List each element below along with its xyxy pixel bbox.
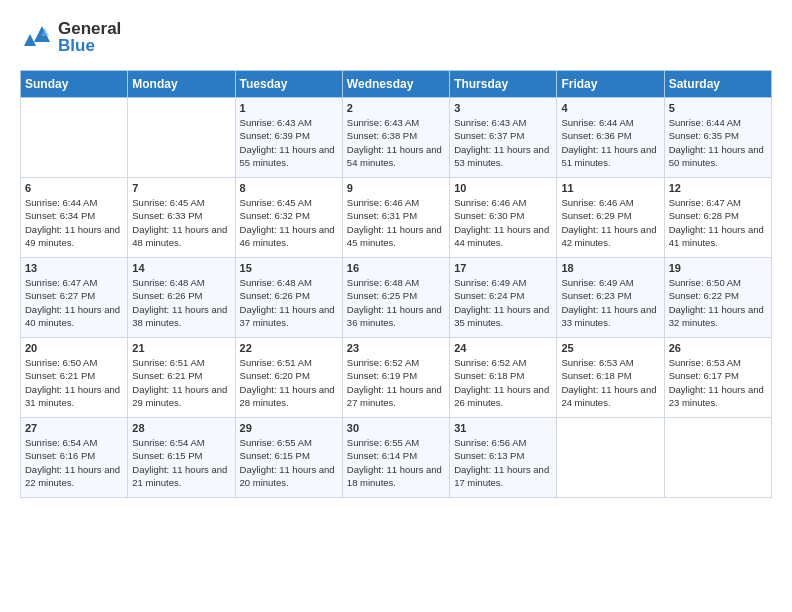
calendar-cell: 11Sunrise: 6:46 AMSunset: 6:29 PMDayligh… xyxy=(557,178,664,258)
calendar-cell: 23Sunrise: 6:52 AMSunset: 6:19 PMDayligh… xyxy=(342,338,449,418)
cell-details: Sunrise: 6:50 AMSunset: 6:22 PMDaylight:… xyxy=(669,276,767,329)
day-number: 27 xyxy=(25,422,123,434)
calendar-cell: 17Sunrise: 6:49 AMSunset: 6:24 PMDayligh… xyxy=(450,258,557,338)
weekday-header: Saturday xyxy=(664,71,771,98)
day-number: 25 xyxy=(561,342,659,354)
logo-general: General xyxy=(58,20,121,37)
calendar-cell xyxy=(128,98,235,178)
calendar-cell: 6Sunrise: 6:44 AMSunset: 6:34 PMDaylight… xyxy=(21,178,128,258)
day-number: 15 xyxy=(240,262,338,274)
day-number: 23 xyxy=(347,342,445,354)
day-number: 9 xyxy=(347,182,445,194)
calendar-cell: 30Sunrise: 6:55 AMSunset: 6:14 PMDayligh… xyxy=(342,418,449,498)
weekday-header: Friday xyxy=(557,71,664,98)
calendar-cell: 15Sunrise: 6:48 AMSunset: 6:26 PMDayligh… xyxy=(235,258,342,338)
weekday-header: Monday xyxy=(128,71,235,98)
day-number: 8 xyxy=(240,182,338,194)
logo-blue: Blue xyxy=(58,36,95,55)
cell-details: Sunrise: 6:48 AMSunset: 6:26 PMDaylight:… xyxy=(240,276,338,329)
page-header: General Blue xyxy=(20,20,772,54)
cell-details: Sunrise: 6:46 AMSunset: 6:31 PMDaylight:… xyxy=(347,196,445,249)
calendar-cell: 18Sunrise: 6:49 AMSunset: 6:23 PMDayligh… xyxy=(557,258,664,338)
cell-details: Sunrise: 6:43 AMSunset: 6:37 PMDaylight:… xyxy=(454,116,552,169)
cell-details: Sunrise: 6:46 AMSunset: 6:29 PMDaylight:… xyxy=(561,196,659,249)
cell-details: Sunrise: 6:51 AMSunset: 6:20 PMDaylight:… xyxy=(240,356,338,409)
day-number: 13 xyxy=(25,262,123,274)
cell-details: Sunrise: 6:53 AMSunset: 6:17 PMDaylight:… xyxy=(669,356,767,409)
calendar-cell: 13Sunrise: 6:47 AMSunset: 6:27 PMDayligh… xyxy=(21,258,128,338)
day-number: 16 xyxy=(347,262,445,274)
cell-details: Sunrise: 6:54 AMSunset: 6:16 PMDaylight:… xyxy=(25,436,123,489)
day-number: 6 xyxy=(25,182,123,194)
day-number: 2 xyxy=(347,102,445,114)
calendar-cell: 16Sunrise: 6:48 AMSunset: 6:25 PMDayligh… xyxy=(342,258,449,338)
calendar-cell: 4Sunrise: 6:44 AMSunset: 6:36 PMDaylight… xyxy=(557,98,664,178)
calendar-cell: 27Sunrise: 6:54 AMSunset: 6:16 PMDayligh… xyxy=(21,418,128,498)
day-number: 3 xyxy=(454,102,552,114)
calendar-week-row: 13Sunrise: 6:47 AMSunset: 6:27 PMDayligh… xyxy=(21,258,772,338)
cell-details: Sunrise: 6:47 AMSunset: 6:28 PMDaylight:… xyxy=(669,196,767,249)
cell-details: Sunrise: 6:45 AMSunset: 6:33 PMDaylight:… xyxy=(132,196,230,249)
calendar-cell: 25Sunrise: 6:53 AMSunset: 6:18 PMDayligh… xyxy=(557,338,664,418)
cell-details: Sunrise: 6:47 AMSunset: 6:27 PMDaylight:… xyxy=(25,276,123,329)
day-number: 24 xyxy=(454,342,552,354)
day-number: 10 xyxy=(454,182,552,194)
cell-details: Sunrise: 6:48 AMSunset: 6:26 PMDaylight:… xyxy=(132,276,230,329)
calendar-cell: 21Sunrise: 6:51 AMSunset: 6:21 PMDayligh… xyxy=(128,338,235,418)
calendar-header-row: SundayMondayTuesdayWednesdayThursdayFrid… xyxy=(21,71,772,98)
cell-details: Sunrise: 6:46 AMSunset: 6:30 PMDaylight:… xyxy=(454,196,552,249)
calendar-cell: 19Sunrise: 6:50 AMSunset: 6:22 PMDayligh… xyxy=(664,258,771,338)
calendar-cell: 7Sunrise: 6:45 AMSunset: 6:33 PMDaylight… xyxy=(128,178,235,258)
day-number: 4 xyxy=(561,102,659,114)
logo-icon xyxy=(20,20,54,54)
cell-details: Sunrise: 6:49 AMSunset: 6:23 PMDaylight:… xyxy=(561,276,659,329)
calendar-week-row: 6Sunrise: 6:44 AMSunset: 6:34 PMDaylight… xyxy=(21,178,772,258)
day-number: 1 xyxy=(240,102,338,114)
cell-details: Sunrise: 6:50 AMSunset: 6:21 PMDaylight:… xyxy=(25,356,123,409)
calendar-cell: 2Sunrise: 6:43 AMSunset: 6:38 PMDaylight… xyxy=(342,98,449,178)
logo: General Blue xyxy=(20,20,121,54)
calendar-cell xyxy=(664,418,771,498)
day-number: 31 xyxy=(454,422,552,434)
weekday-header: Thursday xyxy=(450,71,557,98)
calendar-cell: 20Sunrise: 6:50 AMSunset: 6:21 PMDayligh… xyxy=(21,338,128,418)
cell-details: Sunrise: 6:56 AMSunset: 6:13 PMDaylight:… xyxy=(454,436,552,489)
day-number: 7 xyxy=(132,182,230,194)
calendar-cell xyxy=(557,418,664,498)
cell-details: Sunrise: 6:43 AMSunset: 6:38 PMDaylight:… xyxy=(347,116,445,169)
calendar-cell: 28Sunrise: 6:54 AMSunset: 6:15 PMDayligh… xyxy=(128,418,235,498)
cell-details: Sunrise: 6:52 AMSunset: 6:18 PMDaylight:… xyxy=(454,356,552,409)
cell-details: Sunrise: 6:44 AMSunset: 6:35 PMDaylight:… xyxy=(669,116,767,169)
calendar-cell: 1Sunrise: 6:43 AMSunset: 6:39 PMDaylight… xyxy=(235,98,342,178)
day-number: 20 xyxy=(25,342,123,354)
calendar-cell: 10Sunrise: 6:46 AMSunset: 6:30 PMDayligh… xyxy=(450,178,557,258)
day-number: 11 xyxy=(561,182,659,194)
day-number: 21 xyxy=(132,342,230,354)
calendar-cell: 24Sunrise: 6:52 AMSunset: 6:18 PMDayligh… xyxy=(450,338,557,418)
cell-details: Sunrise: 6:52 AMSunset: 6:19 PMDaylight:… xyxy=(347,356,445,409)
calendar-cell: 22Sunrise: 6:51 AMSunset: 6:20 PMDayligh… xyxy=(235,338,342,418)
calendar-week-row: 1Sunrise: 6:43 AMSunset: 6:39 PMDaylight… xyxy=(21,98,772,178)
day-number: 18 xyxy=(561,262,659,274)
calendar-week-row: 20Sunrise: 6:50 AMSunset: 6:21 PMDayligh… xyxy=(21,338,772,418)
calendar-table: SundayMondayTuesdayWednesdayThursdayFrid… xyxy=(20,70,772,498)
calendar-body: 1Sunrise: 6:43 AMSunset: 6:39 PMDaylight… xyxy=(21,98,772,498)
day-number: 14 xyxy=(132,262,230,274)
day-number: 17 xyxy=(454,262,552,274)
cell-details: Sunrise: 6:55 AMSunset: 6:14 PMDaylight:… xyxy=(347,436,445,489)
day-number: 19 xyxy=(669,262,767,274)
calendar-cell: 26Sunrise: 6:53 AMSunset: 6:17 PMDayligh… xyxy=(664,338,771,418)
calendar-cell: 12Sunrise: 6:47 AMSunset: 6:28 PMDayligh… xyxy=(664,178,771,258)
calendar-cell: 5Sunrise: 6:44 AMSunset: 6:35 PMDaylight… xyxy=(664,98,771,178)
cell-details: Sunrise: 6:45 AMSunset: 6:32 PMDaylight:… xyxy=(240,196,338,249)
weekday-header: Sunday xyxy=(21,71,128,98)
calendar-cell: 14Sunrise: 6:48 AMSunset: 6:26 PMDayligh… xyxy=(128,258,235,338)
cell-details: Sunrise: 6:48 AMSunset: 6:25 PMDaylight:… xyxy=(347,276,445,329)
calendar-cell: 3Sunrise: 6:43 AMSunset: 6:37 PMDaylight… xyxy=(450,98,557,178)
cell-details: Sunrise: 6:51 AMSunset: 6:21 PMDaylight:… xyxy=(132,356,230,409)
cell-details: Sunrise: 6:44 AMSunset: 6:34 PMDaylight:… xyxy=(25,196,123,249)
cell-details: Sunrise: 6:53 AMSunset: 6:18 PMDaylight:… xyxy=(561,356,659,409)
day-number: 28 xyxy=(132,422,230,434)
weekday-header: Wednesday xyxy=(342,71,449,98)
day-number: 30 xyxy=(347,422,445,434)
